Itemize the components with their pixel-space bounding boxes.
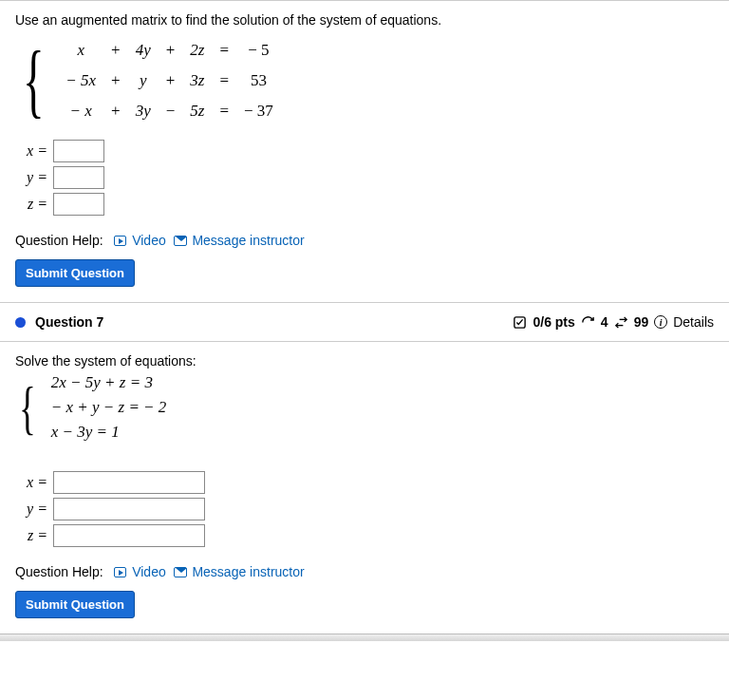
mail-icon [174,567,187,577]
question-7-header[interactable]: Question 7 0/6 pts 4 99 i Details [0,302,729,342]
q7-details-link[interactable]: Details [673,314,714,330]
q6-prompt: Use an augmented matrix to find the solu… [15,12,714,28]
q7-y-label: y = [15,501,47,518]
q6-system: { x + 4y + 2z = − 5 − 5x + y + 3z = 53 −… [23,41,714,121]
checkbox-icon [513,315,527,330]
q7-x-input[interactable] [53,471,205,494]
bottom-strip [0,634,729,641]
q7-x-label: x = [15,474,47,491]
q6-y-label: y = [15,169,47,186]
brace-icon: { [19,370,36,445]
question-7-body: Solve the system of equations: { 2x − 5y… [0,342,729,634]
q6-help-row: Question Help: Video Message instructor [15,233,714,248]
q6-equation-grid: x + 4y + 2z = − 5 − 5x + y + 3z = 53 − x… [65,41,289,121]
q6-z-label: z = [15,196,47,213]
q7-status: 0/6 pts 4 99 i Details [513,314,714,330]
q6-x-input[interactable] [53,140,104,162]
q6-video-link[interactable]: Video [132,233,166,248]
q7-eq2: − x + y − z = − 2 [51,395,167,420]
q6-z-input[interactable] [53,193,104,216]
expand-icon[interactable] [15,317,26,328]
info-icon[interactable]: i [654,315,667,329]
q6-x-label: x = [15,142,47,160]
q7-eq1: 2x − 5y + z = 3 [51,370,167,395]
q6-message-link[interactable]: Message instructor [192,233,304,248]
q7-message-link[interactable]: Message instructor [192,564,304,579]
q7-video-link[interactable]: Video [132,564,166,579]
q6-y-input[interactable] [53,166,104,189]
brace-icon: { [23,41,45,121]
q6-submit-button[interactable]: Submit Question [15,259,135,287]
q7-eq3: x − 3y = 1 [51,420,167,445]
q7-prompt: Solve the system of equations: [15,353,714,369]
question-6-body: Use an augmented matrix to find the solu… [0,1,729,302]
q7-help-row: Question Help: Video Message instructor [15,564,714,579]
swap-icon [614,315,628,330]
video-icon [114,236,126,246]
video-icon [114,567,126,577]
q7-system: { 2x − 5y + z = 3 − x + y − z = − 2 x − … [19,370,714,445]
q7-z-label: z = [15,527,47,544]
mail-icon [174,236,187,246]
q7-submit-button[interactable]: Submit Question [15,591,135,618]
q7-z-input[interactable] [53,524,205,547]
q7-y-input[interactable] [53,498,205,520]
q7-title: Question 7 [35,314,513,330]
retry-icon [581,315,595,330]
